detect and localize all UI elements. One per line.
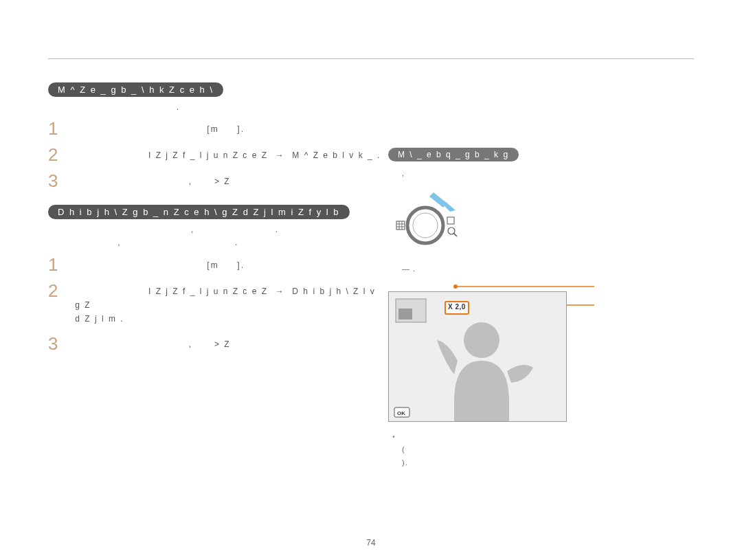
note-text: ). [402, 456, 408, 469]
note-row: , [392, 167, 704, 180]
note-text: — . [402, 262, 416, 276]
section-copy-heading: D h i b j h \ Z g b _ n Z c e h \ g Z d … [48, 205, 350, 219]
right-heading: M \ _ e b q _ g b _ k g [388, 148, 519, 161]
note-text: , [402, 167, 405, 180]
step-text: , > Z [71, 335, 231, 351]
section-copy-steps: 1 [m ]. 2 I Z j Z f _ l j u n Z c e Z → … [48, 256, 378, 352]
zoom-note-3: • ( ). [388, 430, 704, 469]
step-text: [m ]. [71, 256, 245, 272]
step-number: 1 [48, 120, 71, 137]
camera-screen: X 2,0 OK [388, 291, 567, 422]
zoom-note-2: — . [388, 262, 704, 276]
note-row: • [392, 430, 704, 443]
svg-point-1 [413, 213, 438, 238]
section-copy-desc: , . , . [48, 223, 378, 249]
screen-wrapper: X 2,0 OK [388, 282, 704, 422]
svg-rect-7 [447, 217, 454, 224]
note-row: ). [392, 456, 704, 469]
svg-line-9 [453, 233, 457, 236]
note-row: ( [392, 443, 704, 456]
step-text: , > Z [71, 172, 231, 188]
section-copy-heading-text: D h i b j h \ Z g b _ n Z c e h \ g Z d … [58, 207, 340, 217]
header-rule [48, 58, 694, 59]
zoom-badge: X 2,0 [448, 303, 466, 311]
left-column: M ^ Z e _ g b _ \ h k Z c e h \ . 1 [m ]… [48, 82, 378, 361]
right-column: M \ _ e b q _ g b _ k g , [388, 148, 704, 475]
note-text: ( [402, 443, 405, 456]
step-number: 3 [48, 335, 71, 352]
note-row: — . [392, 262, 704, 276]
zoom-note-1: , [388, 167, 704, 180]
section-delete: M ^ Z e _ g b _ \ h k Z c e h \ . 1 [m ]… [48, 82, 378, 190]
svg-rect-15 [398, 309, 412, 320]
step-number: 2 [48, 282, 71, 300]
svg-rect-2 [396, 221, 405, 229]
section-delete-desc: . [48, 101, 378, 114]
bullet: • [392, 430, 402, 443]
step-1: 1 [m ]. [48, 256, 378, 273]
ok-badge: OK [397, 410, 405, 416]
step-text: [m ]. [71, 120, 245, 136]
svg-point-11 [453, 284, 458, 289]
step-1: 1 [m ]. [48, 120, 378, 137]
step-text: I Z j Z f _ l j u n Z c e Z → M ^ Z e b … [71, 146, 381, 162]
svg-point-13 [464, 322, 499, 358]
page-number: 74 [0, 538, 742, 548]
step-text: I Z j Z f _ l j u n Z c e Z → D h i b j … [71, 282, 376, 326]
step-number: 2 [48, 146, 71, 164]
section-copy: D h i b j h \ Z g b _ n Z c e h \ g Z d … [48, 205, 378, 352]
zoom-dial-illustration [392, 188, 475, 250]
step-number: 1 [48, 256, 71, 273]
page-root: M ^ Z e _ g b _ \ h k Z c e h \ . 1 [m ]… [0, 0, 742, 560]
step-2: 2 I Z j Z f _ l j u n Z c e Z → D h i b … [48, 282, 378, 326]
leader-top [388, 282, 594, 291]
step-3: 3 , > Z [48, 172, 378, 190]
section-delete-heading-text: M ^ Z e _ g b _ \ h k Z c e h \ [58, 85, 214, 95]
step-3: 3 , > Z [48, 335, 378, 352]
leader-side [567, 301, 601, 328]
section-delete-heading: M ^ Z e _ g b _ \ h k Z c e h \ [48, 82, 223, 97]
right-heading-text: M \ _ e b q _ g b _ k g [398, 150, 509, 159]
step-number: 3 [48, 172, 71, 190]
step-2: 2 I Z j Z f _ l j u n Z c e Z → M ^ Z e … [48, 146, 378, 164]
section-delete-steps: 1 [m ]. 2 I Z j Z f _ l j u n Z c e Z → … [48, 120, 378, 190]
